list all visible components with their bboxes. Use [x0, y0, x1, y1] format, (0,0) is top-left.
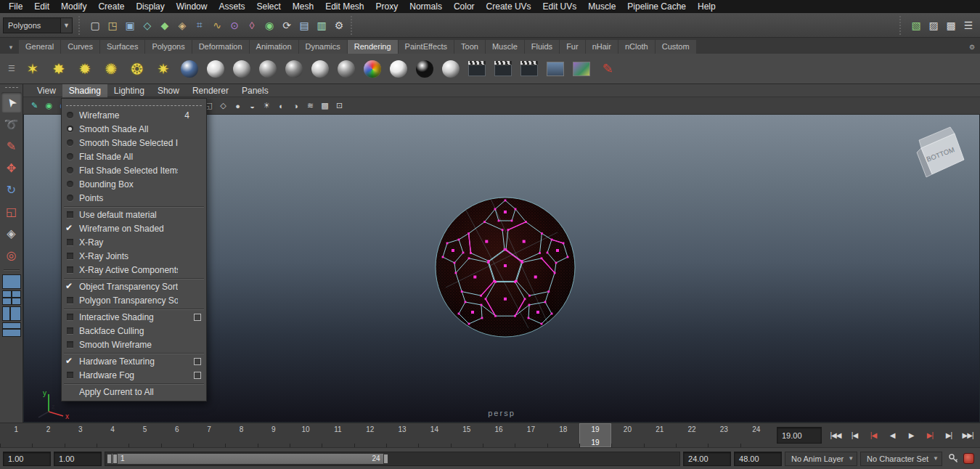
select-hierarchy-icon[interactable]: ◇: [139, 17, 156, 34]
phong-e-material-icon[interactable]: [282, 57, 306, 81]
set-key-icon[interactable]: [948, 453, 959, 464]
menu-item[interactable]: Display: [130, 0, 170, 13]
select-object-icon[interactable]: ◆: [156, 17, 173, 34]
play-forwards-button[interactable]: ▶: [902, 423, 920, 447]
shelf-tab[interactable]: Animation: [250, 40, 298, 54]
render-current-frame-icon[interactable]: ▤: [295, 17, 313, 34]
scale-tool[interactable]: ◱: [1, 201, 22, 221]
universal-manipulator-tool[interactable]: ◈: [1, 223, 22, 243]
animation-end-field[interactable]: 48.00: [734, 452, 782, 466]
step-back-key-button[interactable]: |◀: [864, 423, 883, 447]
range-start-grip2[interactable]: [113, 454, 118, 464]
menu-item[interactable]: Create: [92, 0, 130, 13]
toolbox-tear-handle[interactable]: [5, 87, 18, 88]
shading-menu-item[interactable]: X-Ray Joints: [62, 249, 206, 263]
menu-item[interactable]: Modify: [55, 0, 92, 13]
batch-render-icon[interactable]: [517, 57, 542, 81]
frame-cell[interactable]: 6: [161, 423, 193, 447]
menu-item[interactable]: Normals: [404, 0, 448, 13]
shading-menu-item[interactable]: Smooth Wireframe: [62, 338, 206, 351]
tool-settings-toggle-icon[interactable]: ▩: [942, 17, 960, 34]
playback-start-field[interactable]: 1.00: [54, 452, 102, 466]
shading-menu-item[interactable]: X-Ray Active Components: [62, 263, 206, 277]
shelf-tab[interactable]: Rendering: [348, 40, 398, 54]
frame-cell[interactable]: 18: [547, 423, 579, 447]
frame-cell[interactable]: 15: [451, 423, 483, 447]
shading-menu-item[interactable]: Points: [62, 191, 206, 205]
snap-to-grid-icon[interactable]: ⌗: [191, 17, 208, 34]
menu-item[interactable]: Select: [250, 0, 286, 13]
option-box-icon[interactable]: [194, 372, 201, 379]
ipr-render-icon[interactable]: ▥: [313, 17, 330, 34]
render-settings-shelf-icon[interactable]: [543, 57, 568, 81]
use-all-lights-icon[interactable]: ☀: [260, 99, 274, 113]
shelf-tab[interactable]: Polygons: [145, 40, 191, 54]
blinn-material-icon[interactable]: [203, 57, 228, 81]
range-slider-track[interactable]: 1 24: [105, 452, 680, 466]
panel-menu-item[interactable]: Lighting: [107, 84, 151, 97]
menu-item[interactable]: Help: [692, 0, 722, 13]
panel-menu-item[interactable]: View: [30, 84, 62, 97]
range-end-grip[interactable]: [383, 454, 388, 464]
frame-cell[interactable]: 14: [418, 423, 450, 447]
menu-item[interactable]: Edit UVs: [537, 0, 583, 13]
anisotropic-material-icon[interactable]: [308, 57, 332, 81]
snap-to-point-icon[interactable]: ⊙: [226, 17, 243, 34]
frame-cell[interactable]: 3: [65, 423, 97, 447]
menu-item[interactable]: Color: [448, 0, 481, 13]
panel-menu-item[interactable]: Panels: [235, 84, 275, 97]
shelf-tab[interactable]: nHair: [586, 40, 618, 54]
shelf-tab[interactable]: PaintEffects: [399, 40, 454, 54]
frame-cell[interactable]: 23: [708, 423, 740, 447]
textured-mode-icon[interactable]: ◒: [245, 99, 259, 113]
select-component-icon[interactable]: ◈: [173, 17, 191, 34]
spot-light-icon[interactable]: ✸: [46, 57, 71, 81]
shading-menu-item[interactable]: Object Transparency Sorting: [62, 280, 206, 293]
menu-item[interactable]: Window: [171, 0, 213, 13]
volume-light-icon[interactable]: ✷: [151, 57, 176, 81]
frame-cell[interactable]: 8: [225, 423, 257, 447]
toolbar-group-separator[interactable]: [78, 16, 83, 35]
frame-cell[interactable]: 5: [128, 423, 160, 447]
render-settings-icon[interactable]: ⚙: [330, 17, 348, 34]
step-forward-key-button[interactable]: ▶|: [920, 423, 939, 447]
grease-pencil-icon[interactable]: ✎: [28, 99, 41, 113]
shelf-tab[interactable]: Surfaces: [100, 40, 144, 54]
character-set-selector[interactable]: No Character Set▼: [860, 452, 942, 466]
rotate-tool[interactable]: ↻: [1, 179, 22, 200]
chevron-down-icon[interactable]: ▼: [60, 18, 72, 33]
menu-item[interactable]: Pipeline Cache: [621, 0, 692, 13]
persp-outliner-layout[interactable]: [2, 306, 21, 321]
frame-cell[interactable]: 22: [676, 423, 708, 447]
four-pane-layout[interactable]: [2, 290, 21, 305]
channel-box-toggle-icon[interactable]: ☰: [960, 17, 977, 34]
shading-menu-item[interactable]: Smooth Shade Selected Items: [62, 136, 206, 150]
menu-item[interactable]: Assets: [213, 0, 250, 13]
ipr-render-frame-icon[interactable]: [491, 57, 515, 81]
frame-cell[interactable]: 10: [290, 423, 322, 447]
hypershade-persp-layout[interactable]: [2, 322, 21, 337]
shelf-tab[interactable]: Curves: [61, 40, 99, 54]
frame-cell[interactable]: 24: [740, 423, 772, 447]
shading-menu-item[interactable]: Hardware Fog: [62, 368, 206, 382]
shading-menu-item[interactable]: X-Ray: [62, 235, 206, 249]
playback-end-field[interactable]: 24.00: [683, 452, 731, 466]
shading-menu-item[interactable]: Wireframe on Shaded: [62, 221, 206, 235]
shelf-tab[interactable]: Muscle: [486, 40, 524, 54]
displacement-material-icon[interactable]: [438, 57, 463, 81]
frame-cell[interactable]: 1: [0, 423, 32, 447]
shading-menu-item[interactable]: Bounding Box: [62, 177, 206, 191]
modeling-toolkit-toggle-icon[interactable]: ▧: [907, 17, 925, 34]
go-to-end-button[interactable]: ▶▶|: [958, 423, 977, 447]
panel-menu-item[interactable]: Show: [151, 84, 186, 97]
toolbar-group-separator[interactable]: [351, 16, 356, 35]
save-scene-icon[interactable]: ▣: [121, 17, 139, 34]
paint-effects-icon[interactable]: ✎: [595, 57, 620, 81]
attribute-editor-toggle-icon[interactable]: ▨: [925, 17, 942, 34]
frame-cell[interactable]: 16: [483, 423, 515, 447]
multisampling-icon[interactable]: ▩: [318, 99, 332, 113]
directional-light-icon[interactable]: ✹: [73, 57, 97, 81]
menu-set-selector[interactable]: Polygons ▼: [3, 17, 73, 33]
paint-selection-tool[interactable]: ✎: [1, 136, 22, 156]
smooth-shade-mode-icon[interactable]: ●: [231, 99, 245, 113]
